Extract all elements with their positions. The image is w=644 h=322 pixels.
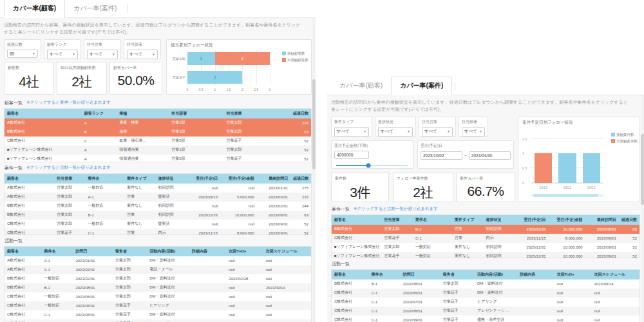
bar-segment[interactable]: 2: [215, 52, 270, 65]
column-header[interactable]: 受注(予定)日: [515, 215, 549, 225]
column-header[interactable]: 業種: [117, 109, 169, 118]
date-from-input[interactable]: 2023/10/02: [421, 151, 462, 160]
table-row[interactable]: A株式会社A-12023/01/01営業太郎DM・資料送付nullnull: [5, 256, 311, 265]
legend-item[interactable]: 未接触案件数: [611, 139, 638, 144]
table-row[interactable]: C株式会社C-12023/06/01営業花子DM・資料送付nullnull: [332, 289, 639, 298]
column-header[interactable]: 担当部署: [169, 109, 223, 118]
table-row[interactable]: B株式会社B-12023/08/01営業太郎DM・資料送付null2023/09…: [5, 283, 311, 292]
column-header[interactable]: 経過日数: [619, 215, 639, 225]
bar-segment[interactable]: [583, 153, 601, 182]
case-type-select[interactable]: すべて ▼: [334, 127, 369, 137]
chart-horizontal-scrollbar[interactable]: [531, 194, 603, 197]
sales-rep-select[interactable]: すべて ▼: [87, 50, 118, 59]
column-header[interactable]: 受注(予定)金額: [220, 174, 257, 184]
section-note-link[interactable]: ※クリックすると案件一覧が絞り込まれます: [26, 100, 111, 106]
date-to-input[interactable]: 2024/04/30: [469, 151, 511, 160]
department-select[interactable]: すべて ▼: [127, 50, 158, 59]
column-header[interactable]: 担当営業: [382, 215, 413, 225]
table-row[interactable]: A株式会社A-12023/03/01営業太郎電話・メールnullnull: [5, 265, 311, 274]
table-row[interactable]: B株式会社営業太郎B-1営業初回訪問2023/10/2610,000,00020…: [5, 211, 311, 220]
column-header[interactable]: 顧客名: [5, 109, 82, 118]
section-note-link[interactable]: ※クリックすると活動一覧が絞り込まれます: [354, 206, 438, 212]
column-header[interactable]: 受注(予定)金額: [549, 215, 585, 225]
table-row[interactable]: ■ソフトブレーン株式会社営業太郎一般対応案件なし初回訪問2023/12/3110…: [332, 243, 639, 252]
section-note-link[interactable]: ※クリックすると活動一覧が絞り込まれます: [26, 165, 111, 171]
department-select[interactable]: すべて ▼: [462, 127, 485, 137]
table-row[interactable]: C株式会社営業花子C-1営業内示2023/11/158,000,0002023/…: [332, 234, 639, 243]
column-header[interactable]: 経過日数: [290, 174, 311, 184]
bar-segment[interactable]: [558, 153, 576, 182]
table-row[interactable]: C株式会社一般対応2023/06/01営業花子ヒアリングnullnull: [5, 301, 311, 310]
table-row[interactable]: C株式会社C鉱業・採石業…営業2部営業花子52: [5, 137, 311, 146]
table-row[interactable]: C株式会社C-12023/08/01営業花子プレゼンテーシ…nullnull: [332, 307, 639, 316]
column-header[interactable]: 報告者: [440, 270, 475, 279]
tab-coverage-customer[interactable]: カバー率(顧客): [4, 0, 65, 18]
table-row[interactable]: B株式会社営業太郎一般対応案件なし初回訪問nullnull2023/02/012…: [5, 202, 311, 211]
column-header[interactable]: 担当営業: [223, 109, 278, 118]
scrollbar-thumb[interactable]: [641, 134, 644, 205]
legend-item[interactable]: 未接触顧客数: [282, 58, 308, 62]
column-header[interactable]: 次回ToDo: [226, 247, 263, 256]
vertical-scrollbar[interactable]: [641, 95, 644, 322]
table-row[interactable]: ■ソフトブレーン株式会社A情報通信業営業2部営業花子52: [5, 155, 311, 162]
column-header[interactable]: 案件名: [86, 174, 125, 184]
legend-item[interactable]: 接触顧客数: [282, 52, 308, 56]
table-row[interactable]: C株式会社営業太郎一般対応案件なし提案済nullnull2023/09/0152: [5, 220, 311, 229]
column-header[interactable]: 案件名: [41, 247, 73, 256]
vertical-scrollbar[interactable]: [312, 18, 316, 322]
table-row[interactable]: A株式会社営業太郎一般対応案件なし初回訪問nullnull2023/01/012…: [5, 184, 311, 193]
amount-slider[interactable]: [336, 165, 408, 166]
progress-status-select[interactable]: すべて ▼: [378, 127, 413, 137]
column-header[interactable]: 受注(予定)日: [187, 174, 220, 184]
column-header[interactable]: 経過日数: [278, 109, 311, 118]
column-header[interactable]: 案件名: [413, 215, 452, 225]
column-header[interactable]: 顧客名: [332, 270, 369, 279]
tab-coverage-customer[interactable]: カバー率(顧客): [331, 77, 391, 95]
column-header[interactable]: 次回スケジュール: [591, 270, 639, 279]
table-row[interactable]: C株式会社C-12023/09/01営業花子価格・条件交渉nullnull: [332, 316, 639, 322]
column-header[interactable]: 顧客名: [5, 174, 54, 184]
scrollbar-thumb[interactable]: [312, 79, 316, 169]
legend-item[interactable]: 接触案件数: [611, 133, 638, 137]
scrollbar-thumb[interactable]: [533, 194, 598, 197]
sales-rep-select[interactable]: すべて ▼: [422, 127, 453, 137]
bar-segment[interactable]: 1: [187, 52, 215, 65]
table-row[interactable]: C株式会社C-12023/07/01営業花子ヒアリングnullnull: [5, 319, 311, 322]
table-row[interactable]: A株式会社A農業・林業営業1部営業太郎216: [5, 118, 311, 128]
elapsed-days-select[interactable]: 60 ▼: [7, 50, 38, 58]
column-header[interactable]: 詳細内容: [189, 247, 226, 256]
bar-segment[interactable]: 2: [187, 71, 242, 84]
column-header[interactable]: 最終訪問日: [257, 174, 290, 184]
column-header[interactable]: 次回スケジュール: [263, 247, 311, 256]
tab-coverage-case[interactable]: カバー率(案件): [391, 77, 452, 95]
table-row[interactable]: C株式会社C-12023/07/01営業花子ヒアリングnullnull: [332, 298, 639, 307]
table-row[interactable]: ■ソフトブレーン株式会社営業花子一般対応案件なし初回訪問2023/12/3110…: [332, 252, 639, 258]
customer-rank-select[interactable]: すべて ▼: [47, 50, 78, 59]
column-header[interactable]: 活動内容(活動): [147, 247, 189, 256]
table-row[interactable]: C株式会社営業花子C-1営業内示2023/11/158,000,0002023/…: [5, 229, 311, 235]
column-header[interactable]: 詳細内容: [517, 270, 554, 279]
column-header[interactable]: 報告者: [113, 247, 147, 256]
column-header[interactable]: 活動内容(活動): [475, 270, 517, 279]
column-header[interactable]: 顧客ランク: [82, 109, 117, 118]
column-header[interactable]: 進捗状況: [155, 174, 186, 184]
table-row[interactable]: A株式会社営業太郎A-1営業提案済2023/09/155,000,0002023…: [5, 193, 311, 202]
amount-input[interactable]: 4000000: [334, 151, 369, 159]
column-header[interactable]: 顧客名: [332, 215, 382, 225]
column-header[interactable]: 次回ToDo: [554, 270, 592, 279]
column-header[interactable]: 案件タイプ: [452, 215, 483, 225]
table-row[interactable]: B株式会社一般対応2023/02/01営業太郎DM・資料送付2023/02/28…: [5, 274, 311, 283]
column-header[interactable]: 顧客名: [5, 247, 41, 256]
table-row[interactable]: B株式会社営業太郎B-1営業初回訪問2023/10/2610,000,00020…: [332, 225, 639, 234]
tab-coverage-case[interactable]: カバー率(案件): [65, 0, 125, 17]
table-row[interactable]: ■ソフトブレーン株式会社A情報通信業営業1部営業太郎52: [5, 146, 311, 155]
table-row[interactable]: B株式会社B-12023/08/01営業太郎DM・資料送付null2023/09…: [332, 279, 639, 289]
column-header[interactable]: 訪問日: [73, 247, 113, 256]
column-header[interactable]: 最終訪問日: [585, 215, 619, 225]
bar-segment[interactable]: [535, 153, 553, 182]
column-header[interactable]: 進捗状況: [483, 215, 514, 225]
column-header[interactable]: 担当営業: [54, 174, 85, 184]
column-header[interactable]: 案件名: [369, 270, 401, 279]
column-header[interactable]: 案件タイプ: [124, 174, 155, 184]
table-row[interactable]: C株式会社C-12023/06/01営業花子DM・資料送付nullnull: [5, 310, 311, 319]
